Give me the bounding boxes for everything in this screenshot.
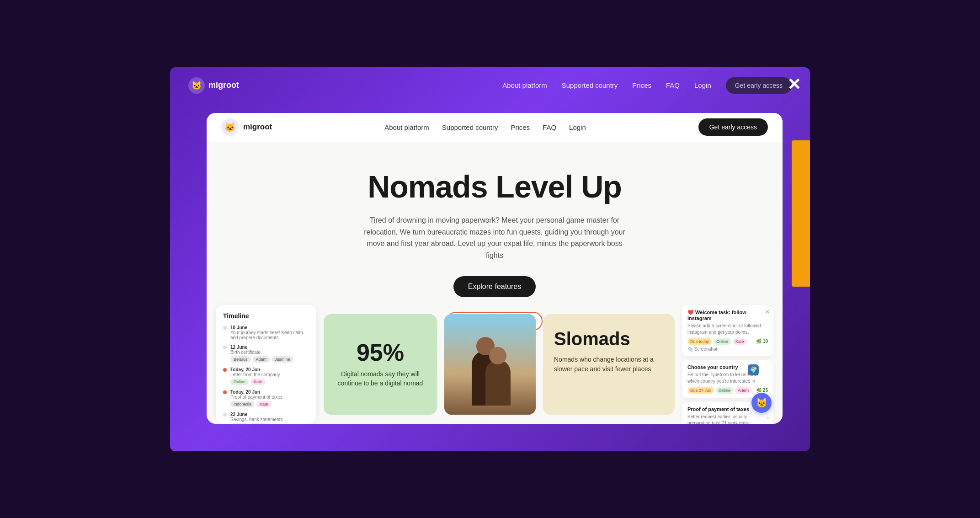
- task-arrow-3[interactable]: ›: [767, 415, 769, 421]
- cards-area: Timeline 10 June Your journey starts her…: [207, 314, 783, 424]
- timeline-date-4: Today, 20 Jun: [230, 390, 282, 395]
- tag-adam: Adam: [253, 356, 270, 363]
- tag-aram: Aram: [250, 423, 267, 424]
- inner-nav-about[interactable]: About platform: [384, 123, 429, 131]
- task-points-2: 🌿 25: [756, 388, 768, 393]
- timeline-item-4: Today, 20 Jun Proof of payment of taxes …: [223, 390, 309, 407]
- task-card-1: ✕ ❤️ Welcome task: follow instagram Plea…: [682, 305, 773, 356]
- timeline-date-3: Today, 20 Jun: [230, 367, 280, 372]
- timeline-item-2: 12 June Birth certificate Belarus Adam J…: [223, 345, 309, 363]
- tag-online-task2: Online: [716, 387, 733, 394]
- timeline-desc-1: Your journey starts here! Keep calm and …: [230, 330, 309, 340]
- photo-card: [444, 314, 536, 415]
- bg-cta-button[interactable]: Get early access: [726, 77, 792, 94]
- bg-logo-text: migroot: [208, 80, 239, 90]
- timeline-date-2: 12 June: [230, 345, 293, 350]
- slomads-card: Slomads Nomads who change locations at a…: [543, 314, 675, 415]
- task-desc-3: Better request earlier: usually preparat…: [687, 414, 768, 424]
- task-meta-2: Due 27 Jun Online Artem 🌿 25: [687, 387, 768, 394]
- bg-nav-faq: FAQ: [666, 81, 680, 89]
- inner-logo-avatar: 🐱: [221, 118, 239, 136]
- chat-bubble[interactable]: 🐱: [751, 393, 772, 413]
- stats-description: Digital nomads say they will continue to…: [335, 370, 426, 388]
- tag-indonesia: Indonesia: [230, 401, 255, 407]
- hero-subtitle: Tired of drowning in moving paperwork? M…: [362, 214, 627, 261]
- main-card: 🐱 migroot About platform Supported count…: [207, 113, 783, 424]
- bg-nav-links: About platform Supported country Prices …: [502, 77, 792, 94]
- inner-logo-text: migroot: [243, 123, 272, 132]
- tag-kate-task1: Kate: [733, 338, 747, 345]
- gold-accent-bar: [792, 140, 810, 287]
- inner-nav-links: About platform Supported country Prices …: [384, 123, 586, 131]
- timeline-desc-3: Letter from the company: [230, 372, 280, 377]
- task-title-1: ❤️ Welcome task: follow instagram: [687, 310, 768, 321]
- close-icon[interactable]: ✕: [787, 76, 801, 93]
- task-desc-1: Please add a screenshot of followed inst…: [687, 323, 768, 336]
- timeline-tags-5: Online Aram: [230, 423, 283, 424]
- timeline-dot-1: [223, 326, 227, 330]
- bg-nav-country: Supported country: [562, 81, 618, 89]
- inner-logo: 🐱 migroot: [221, 118, 272, 136]
- stats-card: 95% Digital nomads say they will continu…: [324, 314, 437, 415]
- chat-avatar: 🐱: [756, 397, 767, 408]
- bg-logo-avatar: 🐱: [188, 77, 205, 94]
- timeline-item-3: Today, 20 Jun Letter from the company On…: [223, 367, 309, 385]
- background-nav: 🐱 migroot About platform Supported count…: [170, 67, 810, 104]
- slomads-description: Nomads who change locations at a slower …: [554, 355, 664, 374]
- explore-features-button[interactable]: Explore features: [453, 276, 536, 297]
- stats-percent: 95%: [357, 341, 404, 364]
- timeline-tags-3: Online Kate: [230, 379, 280, 385]
- tag-jasmine: Jasmine: [272, 356, 293, 363]
- timeline-dot-4: [223, 390, 227, 394]
- timeline-dot-5: [223, 413, 227, 417]
- task-points-1: 🌿 10: [756, 339, 768, 344]
- tag-online-2: Online: [230, 423, 249, 424]
- timeline-tags-4: Indonesia Kate: [230, 401, 282, 407]
- tag-artem-task2: Artem: [735, 387, 751, 394]
- photo-image: [444, 314, 536, 415]
- tag-kate-1: Kate: [250, 379, 266, 385]
- timeline-tags-2: Belarus Adam Jasmine: [230, 356, 293, 363]
- timeline-item-5: 22 June Savings, bank statements Online …: [223, 412, 309, 424]
- hero-title: Nomads Level Up: [216, 170, 773, 204]
- timeline-desc-4: Proof of payment of taxes: [230, 395, 282, 400]
- timeline-date-1: 10 June: [230, 325, 309, 330]
- tag-online-1: Online: [230, 379, 249, 385]
- tag-online-task1: Online: [714, 338, 731, 345]
- timeline-desc-5: Savings, bank statements: [230, 417, 283, 422]
- bg-nav-about: About platform: [502, 81, 547, 89]
- task-card-2: 🌍 Choose your country Fill out the Typef…: [682, 360, 773, 398]
- timeline-dot-2: [223, 346, 227, 349]
- timeline-card: Timeline 10 June Your journey starts her…: [216, 305, 316, 424]
- screenshot-label: 📎 Screenshot: [687, 347, 717, 352]
- inner-nav-country[interactable]: Supported country: [442, 123, 498, 131]
- person2-silhouette: [485, 360, 511, 406]
- timeline-dot-3: [223, 368, 227, 372]
- slomads-title: Slomads: [554, 329, 664, 349]
- inner-nav-login[interactable]: Login: [569, 123, 586, 131]
- timeline-desc-2: Birth certificate: [230, 350, 293, 355]
- inner-navbar: 🐱 migroot About platform Supported count…: [207, 113, 783, 142]
- timeline-item-1: 10 June Your journey starts here! Keep c…: [223, 325, 309, 340]
- inner-nav-faq[interactable]: FAQ: [543, 123, 556, 131]
- inner-cta-button[interactable]: Get early access: [698, 118, 768, 136]
- task-meta-1: Due today Online Kate 🌿 10: [687, 338, 768, 345]
- bg-nav-prices: Prices: [632, 81, 651, 89]
- tag-due-27: Due 27 Jun: [687, 387, 714, 394]
- inner-nav-prices[interactable]: Prices: [511, 123, 530, 131]
- tag-belarus: Belarus: [230, 356, 251, 363]
- bg-nav-login: Login: [694, 81, 711, 89]
- timeline-date-5: 22 June: [230, 412, 283, 417]
- tag-kate-2: Kate: [256, 401, 272, 407]
- timeline-title: Timeline: [223, 312, 309, 320]
- tag-due-today: Due today: [687, 338, 712, 345]
- country-icon: 🌍: [748, 364, 759, 375]
- task-close-1[interactable]: ✕: [765, 309, 770, 315]
- bg-logo: 🐱 migroot: [188, 77, 239, 94]
